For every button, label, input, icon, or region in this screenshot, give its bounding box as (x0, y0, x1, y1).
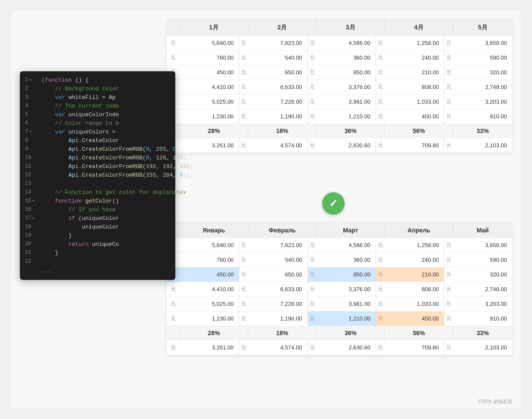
top-table-header: 1月 2月 3月 4月 5月 (167, 19, 512, 36)
header-apr: 4月 (385, 19, 453, 36)
code-line-9: 9 Api.CreateColorFromRGB(0, 255, 0), (20, 146, 175, 154)
header-may: 5月 (453, 19, 512, 36)
code-ellipsis: ... (20, 267, 175, 275)
percent-row: 28% 18% 36% 56% 33% (167, 326, 512, 340)
code-line-5: 5 var uniqueColorInde (20, 111, 175, 120)
header-jan: 1月 (180, 19, 248, 36)
header-mar-ru: Март (317, 222, 385, 238)
code-line-12: 12 Api.CreateColorFromRGB(255, 204, 0)]; (20, 171, 175, 180)
table-row: 元 450.00 元 650.00 元 850.00 元 210.00 元 32… (167, 65, 512, 80)
header-feb: 2月 (248, 19, 316, 36)
code-line-1: 1 ▾ (function () { (20, 76, 175, 85)
code-line-13: 13 (20, 180, 175, 189)
table-row: 元 4,410.00 元 6,633.00 元 3,376.00 元 808.0… (167, 80, 512, 95)
code-line-6: 6 // Color range to b (20, 120, 175, 128)
currency-cell: 元 (167, 36, 180, 51)
main-container: 1月 2月 3月 4月 5月 元 5,640.00 元 7,823.00 元 4… (11, 11, 521, 408)
top-table: 1月 2月 3月 4月 5月 元 5,640.00 元 7,823.00 元 4… (167, 19, 512, 153)
code-line-17: 17 ▾ if (uniqueColor (20, 215, 175, 223)
value-cell: 5,640.00 (180, 36, 239, 51)
header-apr-ru: Апрель (385, 222, 453, 238)
code-line-8: 8 Api.CreateColor (20, 137, 175, 146)
table-row: 元 4,410.00 元 6,633.00 元 3,376.00 元 808.0… (167, 282, 512, 297)
total-row: 元 3,261.00 元 4,574.00 元 2,630.60 元 709.8… (167, 340, 512, 355)
header-mar: 3月 (317, 19, 385, 36)
code-line-21: 21 } (20, 249, 175, 258)
bottom-table-header: Январь Февраль Март Апрель Май (167, 222, 512, 238)
code-line-15: 15 ▾ function getColor() (20, 197, 175, 206)
table-row: 元 450.00 元 650.00 元 850.00 元 210.00 元 32… (167, 267, 512, 282)
header-jan-ru: Январь (180, 222, 248, 238)
table-row: 元 780.00 元 540.00 元 360.00 元 240.00 元 59… (167, 253, 512, 267)
table-row: 元 1,230.00 元 1,190.00 元 1,210.00 元 450.0… (167, 311, 512, 326)
code-line-4: 4 // The current inde (20, 102, 175, 111)
table-row: 元 5,025.00 元 7,228.00 元 3,981.00 元 1,033… (167, 297, 512, 311)
table-row: 元 780.00 元 540.00 元 360.00 元 240.00 元 59… (167, 51, 512, 65)
header-feb-ru: Февраль (248, 222, 316, 238)
percent-row: 28% 18% 36% 56% 33% (167, 124, 512, 138)
table-row: 元 1,230.00 元 1,190.00 元 1,210.00 元 450.0… (167, 109, 512, 124)
table-row: 元 5,640.00 元 7,823.00 元 4,586.00 元 1,258… (167, 36, 512, 51)
code-line-19: 19 } (20, 232, 175, 241)
code-line-18: 18 uniqueColor (20, 223, 175, 232)
code-line-20: 20 return uniqueCo (20, 241, 175, 249)
table-row: 元 5,025.00 元 7,228.00 元 3,981.00 元 1,033… (167, 95, 512, 109)
code-line-14: 14 // Function to get color for duplicat… (20, 189, 175, 197)
table-row: 元 5,640.00 元 7,823.00 元 4,586.00 元 1,258… (167, 238, 512, 253)
header-empty (167, 19, 180, 36)
watermark: CSDN @锐志说 (478, 398, 512, 405)
code-line-3: 3 var whiteFill = Ap (20, 94, 175, 102)
check-button[interactable] (322, 192, 345, 215)
code-line-10: 10 Api.CreateColorFromRGB(0, 128, 128), (20, 154, 175, 163)
code-line-22: 22 (20, 258, 175, 267)
code-editor: 1 ▾ (function () { 2 // Background color… (20, 71, 175, 280)
total-row: 元 3,261.00 元 4,574.00 元 2,630.60 元 709.8… (167, 138, 512, 153)
bottom-table: Январь Февраль Март Апрель Май 元 5,640.0… (167, 222, 512, 355)
code-line-11: 11 Api.CreateColorFromRGB(192, 192, 192)… (20, 163, 175, 171)
code-line-2: 2 // Background color (20, 85, 175, 94)
header-may-ru: Май (453, 222, 512, 238)
code-line-16: 16 // If you have (20, 206, 175, 215)
code-line-7: 7 ▾ var uniqueColors = (20, 128, 175, 137)
